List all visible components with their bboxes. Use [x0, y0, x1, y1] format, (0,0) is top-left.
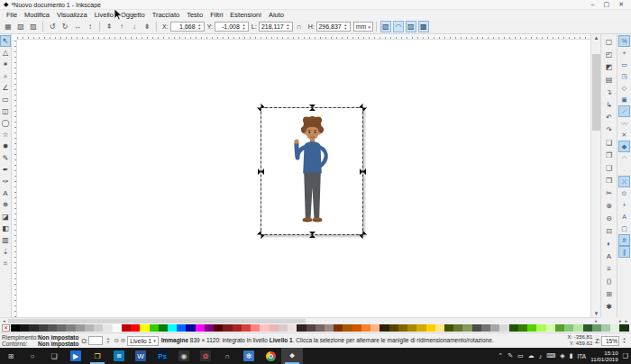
color-swatch-55[interactable]	[518, 324, 527, 332]
color-swatch-43[interactable]	[407, 324, 416, 332]
move-patterns-toggle[interactable]: ▩	[418, 21, 429, 32]
start-button[interactable]: ⊞	[0, 348, 22, 364]
raise-button[interactable]: ↑	[116, 22, 127, 32]
rotate-cw-button[interactable]: ↻	[59, 22, 70, 32]
palette-scroll-right-arrow-1[interactable]: ▸	[619, 318, 622, 323]
lower-button[interactable]: ↓	[129, 22, 140, 32]
menu-oggetto[interactable]: Oggetto	[117, 10, 149, 20]
color-swatch-61[interactable]	[573, 324, 582, 332]
fill-stroke-indicator[interactable]: Riempimento:Non impostato Contorno:Non i…	[2, 334, 79, 347]
layer-dropdown[interactable]: Livello 1 ▾	[127, 336, 158, 346]
action-center-icon[interactable]: ❑	[623, 352, 628, 359]
monitor-icon[interactable]: ▭	[517, 352, 524, 359]
color-swatch-42[interactable]	[398, 324, 407, 332]
undo-button[interactable]: ↶	[603, 111, 616, 123]
color-swatch-36[interactable]	[343, 324, 352, 332]
move-gradients-toggle[interactable]: ▨	[406, 21, 416, 32]
snap-paths-toggle[interactable]: 〰	[618, 117, 630, 129]
store-app[interactable]: ⧈	[108, 348, 130, 364]
color-swatch-33[interactable]	[316, 324, 325, 332]
box3d-tool[interactable]: ◫	[0, 105, 11, 117]
color-swatch-60[interactable]	[564, 324, 573, 332]
color-swatch-41[interactable]	[389, 324, 398, 332]
opacity-field[interactable]	[88, 336, 103, 345]
snap-cusp-nodes-toggle[interactable]: ◆	[618, 141, 630, 152]
snap-bbox-corners-toggle[interactable]: ◳	[618, 70, 630, 82]
color-swatch-3[interactable]	[39, 324, 48, 332]
color-swatch-64[interactable]	[601, 324, 610, 332]
color-swatch-66[interactable]	[619, 324, 628, 332]
color-swatch-18[interactable]	[177, 324, 186, 332]
align-dialog-button[interactable]: ⊞	[603, 287, 616, 300]
pen-icon[interactable]: ✎	[508, 352, 513, 359]
menu-aiuto[interactable]: Aiuto	[265, 10, 288, 20]
menu-modifica[interactable]: Modifica	[21, 10, 53, 20]
text-tool[interactable]: A	[0, 187, 11, 199]
duplicate-button[interactable]: ❑	[603, 161, 616, 174]
tweak-tool[interactable]: ✴	[0, 59, 11, 70]
color-swatch-54[interactable]	[509, 324, 518, 332]
color-swatch-40[interactable]	[380, 324, 389, 332]
width-spinner[interactable]: ▲▼	[285, 23, 291, 31]
snap-bbox-toggle[interactable]: ⌖	[618, 47, 630, 59]
color-swatch-13[interactable]	[131, 324, 140, 332]
import-button[interactable]: ↴	[603, 86, 616, 98]
battery-icon[interactable]: ▮	[570, 352, 573, 359]
color-swatch-7[interactable]	[76, 324, 85, 332]
search-button[interactable]: ○	[22, 348, 43, 364]
deselect-button[interactable]: ▨	[28, 22, 39, 32]
color-swatch-16[interactable]	[159, 324, 168, 332]
menu-file[interactable]: File	[3, 10, 21, 20]
snap-guides-toggle[interactable]: ∥	[618, 246, 630, 258]
star-tool[interactable]: ☆	[0, 129, 11, 141]
snap-rotation-centers-toggle[interactable]: +	[618, 199, 630, 211]
zoom-selection-button[interactable]: ⊕	[603, 199, 616, 212]
color-swatch-24[interactable]	[233, 324, 242, 332]
flip-horizontal-button[interactable]: ↔	[72, 22, 83, 32]
y-field[interactable]: -1,008▲▼	[215, 22, 249, 32]
print-button[interactable]: ▤	[603, 73, 616, 86]
y-spinner[interactable]: ▲▼	[241, 23, 247, 31]
calligraphy-tool[interactable]: ✑	[0, 176, 11, 187]
vertical-scroll-thumb[interactable]	[592, 54, 600, 131]
paste-button[interactable]: ❐	[603, 149, 616, 161]
blue-app[interactable]: ✼	[238, 348, 260, 364]
maximize-button[interactable]: ▢	[604, 1, 610, 8]
rectangle-tool[interactable]: ▭	[0, 94, 11, 105]
color-swatch-26[interactable]	[251, 324, 260, 332]
color-swatch-10[interactable]	[103, 324, 112, 332]
color-swatch-11[interactable]	[113, 324, 122, 332]
color-swatch-46[interactable]	[435, 324, 444, 332]
color-swatch-20[interactable]	[196, 324, 205, 332]
save-button[interactable]: ◩	[603, 60, 616, 73]
color-swatch-32[interactable]	[306, 324, 316, 332]
export-button[interactable]: ↳	[603, 98, 616, 111]
color-swatch-57[interactable]	[536, 324, 545, 332]
color-swatch-63[interactable]	[592, 324, 601, 332]
language-indicator[interactable]: ITA	[578, 353, 587, 359]
color-swatch-0[interactable]	[11, 324, 20, 332]
color-swatch-27[interactable]	[260, 324, 269, 332]
color-swatch-1[interactable]	[20, 324, 29, 332]
snap-bbox-edge-midpoints-toggle[interactable]: ◇	[618, 82, 630, 94]
opacity-control[interactable]: O: ▲▼	[82, 336, 112, 345]
color-swatch-9[interactable]	[94, 324, 103, 332]
color-swatch-49[interactable]	[462, 324, 471, 332]
chrome-app[interactable]	[260, 348, 281, 364]
color-swatch-51[interactable]	[481, 324, 490, 332]
x-field[interactable]: 1,668▲▼	[170, 22, 205, 32]
word-app[interactable]: W	[130, 348, 151, 364]
color-swatch-29[interactable]	[279, 324, 288, 332]
snap-midpoints-toggle[interactable]: ∙	[618, 164, 630, 176]
height-field[interactable]: 296,837▲▼	[316, 22, 351, 32]
pencil-tool[interactable]: ✎	[0, 152, 11, 164]
headphones-app[interactable]: ∩	[216, 348, 238, 364]
color-swatch-8[interactable]	[85, 324, 94, 332]
zoom-field[interactable]: 15%	[601, 336, 619, 346]
color-swatch-19[interactable]	[186, 324, 195, 332]
color-swatch-37[interactable]	[352, 324, 361, 332]
ellipse-tool[interactable]: ◯	[0, 117, 11, 129]
color-swatch-17[interactable]	[168, 324, 177, 332]
taskbar-clock[interactable]: 15:10 11/01/2019	[590, 350, 618, 362]
gradient-tool[interactable]: ▥	[0, 234, 11, 246]
